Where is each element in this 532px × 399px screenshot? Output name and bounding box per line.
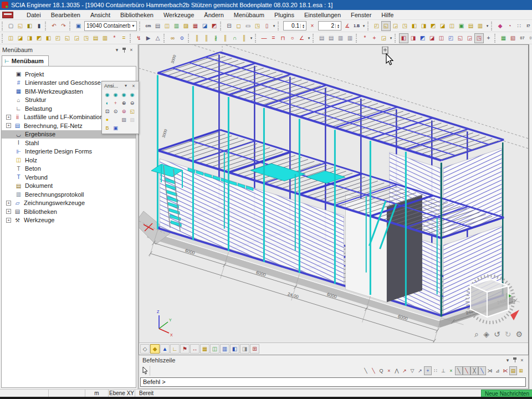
zoom-window-icon[interactable]: ⊡ (103, 108, 111, 116)
show-axes-icon[interactable]: ▲ (160, 344, 170, 354)
new-truss-icon[interactable]: ◫ (447, 21, 457, 31)
panel-close-icon[interactable]: × (127, 46, 135, 54)
menu-item-einstellungen[interactable]: Einstellungen (299, 11, 346, 19)
view-image-disabled-icon[interactable]: ▨ (128, 116, 136, 124)
snap-midpoint-icon[interactable]: ╲ (370, 366, 377, 375)
export-folder-icon[interactable]: ◲ (379, 33, 388, 43)
menu-item-plugins[interactable]: Plugins (269, 11, 299, 19)
snap-parallel-icon[interactable]: ⋉ (502, 366, 509, 375)
line-weight[interactable]: 2▲▼ (318, 21, 341, 30)
menu-item-fenster[interactable]: Fenster (346, 11, 376, 19)
stretch-member-dropdown[interactable]: ▾ (249, 36, 254, 40)
move-member-icon[interactable]: ║ (202, 33, 211, 43)
show-dimensions-icon[interactable]: ↔ (190, 344, 200, 354)
snap-ruler-icon[interactable]: ▤ (509, 366, 517, 375)
menu-item-ansicht[interactable]: Ansicht (85, 11, 115, 19)
new-purlin-icon[interactable]: ▣ (457, 21, 466, 31)
connection-check-icon[interactable]: ◰ (446, 33, 456, 43)
project-settings-icon[interactable]: ◫ (162, 21, 172, 31)
redo-icon[interactable]: ↷ (59, 21, 68, 31)
edit-cross-section-icon[interactable]: ◱ (63, 33, 72, 43)
cmd-pin-icon[interactable] (511, 356, 518, 364)
show-labels-icon[interactable]: ⚑ (180, 344, 190, 354)
view-axes-icon[interactable]: + (111, 99, 120, 108)
paste-1-icon[interactable]: ▤ (317, 33, 326, 43)
intersect-icon[interactable]: + (370, 33, 379, 43)
paste-2-icon[interactable]: ▤ (326, 33, 336, 43)
sidebar-item-dokument[interactable]: ▤Dokument (2, 182, 136, 191)
open-project-icon[interactable]: ◱ (16, 21, 25, 31)
zoom-all-icon[interactable]: ⊙ (111, 108, 120, 116)
sidebar-item-projekt[interactable]: ▣Projekt (2, 70, 136, 79)
expand-icon[interactable]: + (6, 209, 11, 214)
gallery-icon[interactable]: ◩ (209, 21, 219, 31)
select-cursor-icon[interactable]: ▶ (144, 33, 153, 43)
edit-column-props-icon[interactable]: ◫ (6, 33, 16, 43)
cut-entities-icon[interactable]: × (308, 21, 317, 31)
view-z-icon[interactable]: ◉ (120, 91, 128, 99)
window-layout-icon[interactable]: ▣ (74, 21, 83, 31)
connection-copy-icon[interactable]: ◳ (474, 33, 484, 43)
show-loads-icon[interactable]: ∟ (170, 344, 180, 354)
rotate-ccw-icon[interactable]: ↺ (494, 330, 500, 339)
palette-close-icon[interactable]: × (130, 82, 137, 90)
nav-cube-rotate-arrow[interactable] (510, 310, 519, 320)
save-view-icon[interactable]: ◱ (128, 108, 136, 116)
stiffener-icon[interactable]: ◪ (427, 33, 437, 43)
view-y-icon[interactable]: ◉ (111, 91, 120, 99)
menu-item-werkzeuge[interactable]: Werkzeuge (158, 11, 199, 19)
snap-circle-icon[interactable]: Q (377, 366, 385, 375)
expand-icon[interactable]: + (6, 201, 11, 206)
copy-member-icon[interactable]: ║ (192, 33, 202, 43)
render-option-3-icon[interactable]: ⊞ (250, 344, 259, 354)
snap-off-icon[interactable]: × (385, 366, 393, 375)
cmd-menu-caret-icon[interactable]: ▾ (504, 356, 511, 364)
viewport-canvas[interactable]: 30003000600060006000600024.0024002400ZYX… (139, 44, 529, 355)
project-selector[interactable]: 19040 Containerbü▼ (84, 21, 137, 31)
explode-icon[interactable]: * (360, 33, 370, 43)
panel-pin-icon[interactable] (121, 47, 127, 54)
new-opening-icon[interactable]: ◧ (410, 21, 419, 31)
expand-icon[interactable]: + (6, 115, 11, 120)
link-members-icon[interactable]: ≎ (177, 33, 187, 43)
document-icon[interactable]: ▭ (243, 21, 253, 31)
edit-node-icon[interactable]: ◨ (25, 33, 34, 43)
mirror-member-icon[interactable]: ∦ (211, 33, 221, 43)
edit-beam-props-icon[interactable]: ◪ (16, 33, 25, 43)
layer-07-alt-icon[interactable]: 07 (527, 33, 532, 43)
connection-delete-icon[interactable]: ◲ (465, 33, 474, 43)
snap-endpoint-icon[interactable]: ↗ (401, 366, 408, 375)
cmd-close-icon[interactable]: × (518, 356, 526, 364)
light-icon[interactable]: ● (103, 116, 111, 124)
xml-exchange-icon[interactable]: ▥ (172, 21, 181, 31)
paste-special-icon[interactable]: ▥ (336, 33, 345, 43)
stretch-member-icon[interactable]: ║ (239, 33, 249, 43)
new-frame-icon[interactable]: ▤ (466, 21, 475, 31)
view-x-icon[interactable]: ◉ (103, 91, 111, 99)
save-all-icon[interactable]: ◧ (25, 21, 34, 31)
renumber-icon[interactable]: ◳ (81, 33, 91, 43)
units-setup-icon[interactable]: cm (144, 21, 153, 31)
snap-vertex-icon[interactable]: ⋀ (393, 366, 401, 375)
zoom-out-icon[interactable]: ⊖ (128, 99, 136, 108)
draw-parallel-icon[interactable]: = (269, 33, 278, 43)
new-grid-dropdown[interactable]: ▾ (485, 24, 490, 28)
mdi-child-icon[interactable] (2, 12, 13, 18)
menu-item-hilfe[interactable]: Hilfe (376, 11, 398, 19)
view-rotate-icon[interactable]: ◐ (103, 99, 111, 108)
menu-item-ändern[interactable]: Ändern (199, 11, 228, 19)
angle-snap-icon[interactable]: ∡ (342, 21, 352, 31)
panel-menu-caret-icon[interactable]: ▾ (113, 46, 121, 54)
new-haunch-icon[interactable]: ◩ (428, 21, 438, 31)
menu-item-datei[interactable]: Datei (22, 11, 46, 19)
link-nodes-icon[interactable]: ∞ (168, 33, 177, 43)
snap-gridpoint-icon[interactable]: ▽ (408, 366, 416, 375)
select-polygon-icon[interactable]: △ (153, 33, 162, 43)
rotate-cw-icon[interactable]: ↻ (505, 330, 511, 339)
sidebar-item-bibliotheken[interactable]: +▤Bibliotheken (2, 207, 136, 216)
menu-item-bibliotheken[interactable]: Bibliotheken (115, 11, 158, 19)
layers-icon[interactable]: ▤ (153, 21, 162, 31)
regenerate-icon[interactable]: * (110, 33, 119, 43)
selection-cursor-icon[interactable] (140, 366, 150, 376)
status-plane[interactable]: Ebene XY (109, 390, 135, 397)
